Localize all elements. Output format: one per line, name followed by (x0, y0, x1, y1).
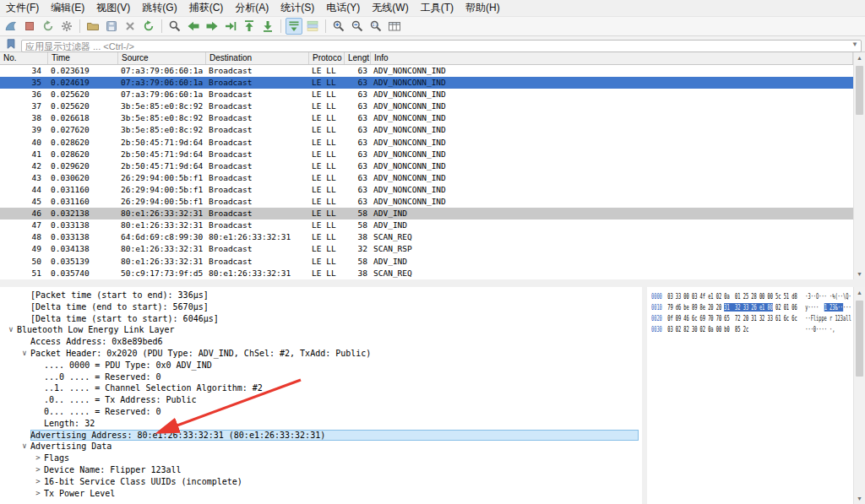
hex-row[interactable]: 0030 03 02 82 30 02 0a 00 b0 85 2c ···0·… (651, 324, 853, 335)
stop-capture-button[interactable] (21, 18, 38, 35)
detail-line-selected[interactable]: Advertising Address: 80:e1:26:33:32:31 (… (0, 430, 642, 442)
detail-line[interactable]: 0... .... = Reserved: 0 (0, 406, 642, 418)
packet-row-45[interactable]: 450.03116026:29:94:00:5b:f1BroadcastLE L… (0, 196, 853, 208)
go-to-packet-button[interactable] (222, 18, 239, 35)
menu-item[interactable]: 文件(F) (0, 0, 45, 16)
column-header-length[interactable]: Lengt (345, 52, 371, 64)
packet-row-50[interactable]: 500.03513980:e1:26:33:32:31BroadcastLE L… (0, 256, 853, 268)
packet-list-body: 340.02361907:a3:79:06:60:1aBroadcastLE L… (0, 65, 853, 279)
go-forward-button[interactable] (204, 18, 220, 35)
collapsed-arrow-icon[interactable]: > (32, 488, 44, 500)
filter-bookmark-button[interactable] (3, 37, 19, 51)
detail-line[interactable]: >Device Name: Flipper 123all (0, 464, 642, 476)
collapsed-arrow-icon[interactable]: > (32, 453, 44, 464)
scroll-up-icon[interactable]: ▲ (854, 287, 865, 298)
go-last-packet-button[interactable] (259, 18, 276, 35)
pane-splitter[interactable] (0, 279, 865, 287)
packet-row-40[interactable]: 400.0286202b:50:45:71:9d:64BroadcastLE L… (0, 137, 853, 149)
column-header-no[interactable]: No. (0, 52, 48, 64)
scroll-up-icon[interactable]: ▲ (854, 52, 865, 63)
column-header-info[interactable]: Info (371, 52, 853, 64)
zoom-original-button[interactable]: 1:1 (367, 18, 384, 35)
menu-item[interactable]: 无线(W) (366, 0, 414, 16)
detail-line[interactable]: [Packet time (start to end): 336μs] (0, 290, 642, 301)
detail-line[interactable]: .0.. .... = Tx Address: Public (0, 394, 642, 406)
column-header-protocol[interactable]: Protoco (309, 52, 345, 64)
menu-item[interactable]: 跳转(G) (136, 0, 182, 16)
packet-row-42[interactable]: 420.0296202b:50:45:71:9d:64BroadcastLE L… (0, 160, 853, 172)
find-packet-button[interactable] (166, 18, 183, 35)
detail-line[interactable]: >Flags (0, 453, 642, 464)
auto-scroll-button[interactable] (286, 18, 302, 35)
hex-row[interactable]: 0010 79 d6 be 89 8e 20 20 31 32 33 26 e1… (651, 302, 853, 313)
open-file-button[interactable] (84, 18, 101, 35)
expanded-arrow-icon[interactable]: ∨ (19, 441, 30, 453)
menu-item[interactable]: 统计(S) (275, 0, 320, 16)
menu-item[interactable]: 编辑(E) (45, 0, 90, 16)
detail-line[interactable]: Length: 32 (0, 418, 642, 430)
collapsed-arrow-icon[interactable]: > (32, 464, 44, 476)
detail-line[interactable]: ∨Advertising Data (0, 441, 642, 453)
expanded-arrow-icon[interactable]: ∨ (19, 348, 30, 360)
menu-item[interactable]: 工具(T) (415, 0, 460, 16)
packet-row-38[interactable]: 380.0266183b:5e:85:e0:8c:92BroadcastLE L… (0, 112, 853, 124)
display-filter-input[interactable] (21, 40, 862, 52)
zoom-in-button[interactable] (330, 18, 347, 35)
packet-row-37[interactable]: 370.0256203b:5e:85:e0:8c:92BroadcastLE L… (0, 100, 853, 112)
reload-file-button[interactable] (140, 18, 157, 35)
menu-item[interactable]: 电话(Y) (320, 0, 366, 16)
scrollbar-thumb[interactable] (856, 66, 863, 115)
packet-row-35[interactable]: 350.02461907:a3:79:06:60:1aBroadcastLE L… (0, 77, 853, 89)
scroll-down-icon[interactable]: ▼ (854, 268, 865, 279)
collapsed-arrow-icon[interactable]: > (32, 476, 44, 488)
capture-options-button[interactable] (58, 18, 75, 35)
detail-line[interactable]: [Delta time (end to start): 5670μs] (0, 301, 642, 313)
packet-row-41[interactable]: 410.0286202b:50:45:71:9d:64BroadcastLE L… (0, 149, 853, 160)
packet-list-scrollbar[interactable]: ▲ ▼ (853, 52, 865, 279)
hex-row[interactable]: 0000 03 33 00 03 4f e1 02 0a 01 25 28 00… (651, 291, 853, 302)
packet-row-47[interactable]: 470.03313880:e1:26:33:32:31BroadcastLE L… (0, 219, 853, 231)
packet-row-34[interactable]: 340.02361907:a3:79:06:60:1aBroadcastLE L… (0, 65, 853, 77)
restart-capture-button[interactable] (40, 18, 57, 35)
column-header-source[interactable]: Source (118, 52, 206, 64)
packet-row-48[interactable]: 480.03313864:6d:69:c8:99:3080:e1:26:33:3… (0, 231, 853, 243)
packet-row-36[interactable]: 360.02562007:a3:79:06:60:1aBroadcastLE L… (0, 89, 853, 100)
colorize-button[interactable] (304, 18, 321, 35)
detail-line[interactable]: .... 0000 = PDU Type: 0x0 ADV_IND (0, 360, 642, 371)
packet-row-44[interactable]: 440.03116026:29:94:00:5b:f1BroadcastLE L… (0, 184, 853, 196)
detail-line[interactable]: ∨Packet Header: 0x2020 (PDU Type: ADV_IN… (0, 348, 642, 360)
packet-row-49[interactable]: 490.03413880:e1:26:33:32:31BroadcastLE L… (0, 243, 853, 255)
filter-dropdown-arrow-icon[interactable]: ▼ (851, 40, 858, 49)
go-first-packet-button[interactable] (241, 18, 258, 35)
detail-line[interactable]: ...0 .... = Reserved: 0 (0, 371, 642, 383)
detail-line[interactable]: >16-bit Service Class UUIDs (incomplete) (0, 476, 642, 488)
detail-line[interactable]: [Delta time (start to start): 6046μs] (0, 313, 642, 325)
packet-row-39[interactable]: 390.0276203b:5e:85:e0:8c:92BroadcastLE L… (0, 124, 853, 136)
packet-row-43[interactable]: 430.03062026:29:94:00:5b:f1BroadcastLE L… (0, 172, 853, 184)
scrollbar-thumb[interactable] (856, 301, 863, 377)
menu-item[interactable]: 视图(V) (90, 0, 136, 16)
menu-item[interactable]: 帮助(H) (460, 0, 506, 16)
destination-cell: Broadcast (206, 77, 309, 89)
resize-columns-button[interactable] (386, 18, 403, 35)
detail-line[interactable]: ∨Bluetooth Low Energy Link Layer (0, 324, 642, 336)
detail-line[interactable]: ..1. .... = Channel Selection Algorithm:… (0, 382, 642, 394)
packet-row-51[interactable]: 510.03574050:c9:17:73:9f:d580:e1:26:33:3… (0, 268, 853, 279)
menu-item[interactable]: 分析(A) (229, 0, 275, 16)
scroll-down-icon[interactable]: ▼ (854, 493, 865, 504)
save-file-button[interactable] (103, 18, 120, 35)
hex-row[interactable]: 0020 0f 09 46 6c 69 70 70 65 72 20 31 32… (651, 313, 853, 324)
column-header-time[interactable]: Time (48, 52, 118, 64)
close-file-button[interactable] (122, 18, 139, 35)
detail-line[interactable]: Access Address: 0x8e89bed6 (0, 336, 642, 348)
expanded-arrow-icon[interactable]: ∨ (5, 324, 17, 336)
start-capture-button[interactable] (3, 18, 19, 35)
zoom-out-button[interactable] (349, 18, 366, 35)
go-back-button[interactable] (185, 18, 202, 35)
menu-item[interactable]: 捕获(C) (183, 0, 230, 16)
packet-row-46[interactable]: 460.03213880:e1:26:33:32:31BroadcastLE L… (0, 208, 853, 219)
column-header-destination[interactable]: Destination (206, 52, 309, 64)
bottom-scrollbar[interactable]: ▲ ▼ (853, 287, 865, 504)
save-file-icon (105, 19, 118, 33)
detail-line[interactable]: >Tx Power Level (0, 488, 642, 500)
